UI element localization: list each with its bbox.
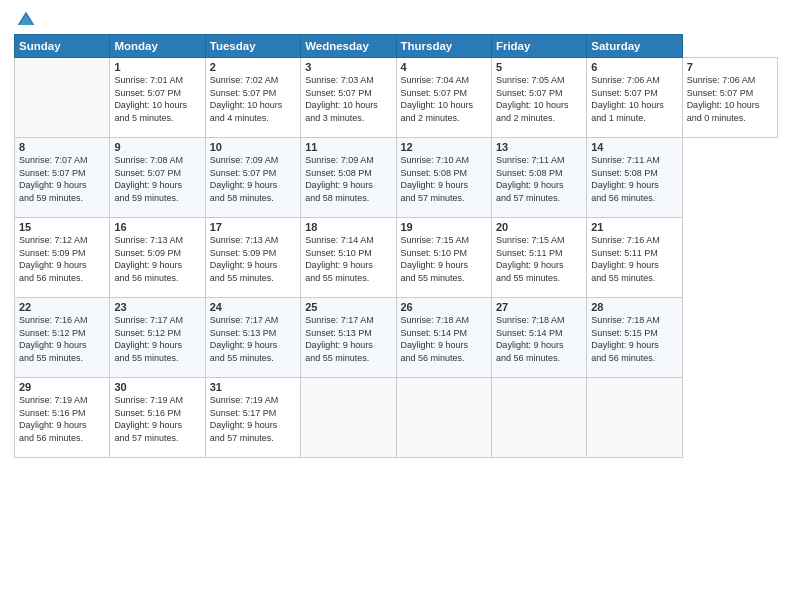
day-number: 19 [401, 221, 487, 233]
day-info: Sunrise: 7:13 AM Sunset: 5:09 PM Dayligh… [210, 234, 296, 284]
day-info: Sunrise: 7:12 AM Sunset: 5:09 PM Dayligh… [19, 234, 105, 284]
day-number: 1 [114, 61, 200, 73]
week-row-2: 8Sunrise: 7:07 AM Sunset: 5:07 PM Daylig… [15, 138, 778, 218]
day-cell: 8Sunrise: 7:07 AM Sunset: 5:07 PM Daylig… [15, 138, 110, 218]
day-number: 29 [19, 381, 105, 393]
day-cell: 19Sunrise: 7:15 AM Sunset: 5:10 PM Dayli… [396, 218, 491, 298]
week-row-4: 22Sunrise: 7:16 AM Sunset: 5:12 PM Dayli… [15, 298, 778, 378]
day-cell: 7Sunrise: 7:06 AM Sunset: 5:07 PM Daylig… [682, 58, 777, 138]
day-number: 24 [210, 301, 296, 313]
logo-icon [16, 10, 36, 30]
day-cell [491, 378, 586, 458]
day-number: 16 [114, 221, 200, 233]
day-cell: 28Sunrise: 7:18 AM Sunset: 5:15 PM Dayli… [587, 298, 682, 378]
day-number: 20 [496, 221, 582, 233]
day-number: 2 [210, 61, 296, 73]
day-number: 3 [305, 61, 391, 73]
day-cell: 12Sunrise: 7:10 AM Sunset: 5:08 PM Dayli… [396, 138, 491, 218]
day-info: Sunrise: 7:14 AM Sunset: 5:10 PM Dayligh… [305, 234, 391, 284]
day-cell: 2Sunrise: 7:02 AM Sunset: 5:07 PM Daylig… [205, 58, 300, 138]
day-info: Sunrise: 7:17 AM Sunset: 5:12 PM Dayligh… [114, 314, 200, 364]
header-row: SundayMondayTuesdayWednesdayThursdayFrid… [15, 35, 778, 58]
day-info: Sunrise: 7:01 AM Sunset: 5:07 PM Dayligh… [114, 74, 200, 124]
day-info: Sunrise: 7:19 AM Sunset: 5:16 PM Dayligh… [19, 394, 105, 444]
calendar-table: SundayMondayTuesdayWednesdayThursdayFrid… [14, 34, 778, 458]
day-number: 26 [401, 301, 487, 313]
day-number: 4 [401, 61, 487, 73]
col-header-thursday: Thursday [396, 35, 491, 58]
day-number: 17 [210, 221, 296, 233]
day-number: 9 [114, 141, 200, 153]
day-cell: 31Sunrise: 7:19 AM Sunset: 5:17 PM Dayli… [205, 378, 300, 458]
day-info: Sunrise: 7:15 AM Sunset: 5:10 PM Dayligh… [401, 234, 487, 284]
col-header-sunday: Sunday [15, 35, 110, 58]
header [14, 10, 778, 30]
week-row-3: 15Sunrise: 7:12 AM Sunset: 5:09 PM Dayli… [15, 218, 778, 298]
day-info: Sunrise: 7:09 AM Sunset: 5:08 PM Dayligh… [305, 154, 391, 204]
day-info: Sunrise: 7:19 AM Sunset: 5:17 PM Dayligh… [210, 394, 296, 444]
day-info: Sunrise: 7:06 AM Sunset: 5:07 PM Dayligh… [591, 74, 677, 124]
col-header-monday: Monday [110, 35, 205, 58]
day-cell: 20Sunrise: 7:15 AM Sunset: 5:11 PM Dayli… [491, 218, 586, 298]
day-cell [15, 58, 110, 138]
day-info: Sunrise: 7:18 AM Sunset: 5:14 PM Dayligh… [401, 314, 487, 364]
day-cell: 17Sunrise: 7:13 AM Sunset: 5:09 PM Dayli… [205, 218, 300, 298]
day-number: 30 [114, 381, 200, 393]
day-info: Sunrise: 7:18 AM Sunset: 5:14 PM Dayligh… [496, 314, 582, 364]
day-info: Sunrise: 7:17 AM Sunset: 5:13 PM Dayligh… [305, 314, 391, 364]
day-cell: 30Sunrise: 7:19 AM Sunset: 5:16 PM Dayli… [110, 378, 205, 458]
day-info: Sunrise: 7:02 AM Sunset: 5:07 PM Dayligh… [210, 74, 296, 124]
day-cell: 24Sunrise: 7:17 AM Sunset: 5:13 PM Dayli… [205, 298, 300, 378]
day-cell: 26Sunrise: 7:18 AM Sunset: 5:14 PM Dayli… [396, 298, 491, 378]
day-cell: 13Sunrise: 7:11 AM Sunset: 5:08 PM Dayli… [491, 138, 586, 218]
day-cell: 16Sunrise: 7:13 AM Sunset: 5:09 PM Dayli… [110, 218, 205, 298]
day-info: Sunrise: 7:08 AM Sunset: 5:07 PM Dayligh… [114, 154, 200, 204]
day-number: 10 [210, 141, 296, 153]
day-number: 5 [496, 61, 582, 73]
day-number: 7 [687, 61, 773, 73]
day-info: Sunrise: 7:17 AM Sunset: 5:13 PM Dayligh… [210, 314, 296, 364]
day-info: Sunrise: 7:11 AM Sunset: 5:08 PM Dayligh… [591, 154, 677, 204]
col-header-saturday: Saturday [587, 35, 682, 58]
day-cell: 21Sunrise: 7:16 AM Sunset: 5:11 PM Dayli… [587, 218, 682, 298]
day-cell: 6Sunrise: 7:06 AM Sunset: 5:07 PM Daylig… [587, 58, 682, 138]
day-info: Sunrise: 7:19 AM Sunset: 5:16 PM Dayligh… [114, 394, 200, 444]
day-info: Sunrise: 7:09 AM Sunset: 5:07 PM Dayligh… [210, 154, 296, 204]
logo [14, 14, 36, 30]
col-header-friday: Friday [491, 35, 586, 58]
day-cell: 27Sunrise: 7:18 AM Sunset: 5:14 PM Dayli… [491, 298, 586, 378]
day-info: Sunrise: 7:16 AM Sunset: 5:11 PM Dayligh… [591, 234, 677, 284]
day-cell: 1Sunrise: 7:01 AM Sunset: 5:07 PM Daylig… [110, 58, 205, 138]
day-info: Sunrise: 7:15 AM Sunset: 5:11 PM Dayligh… [496, 234, 582, 284]
day-number: 8 [19, 141, 105, 153]
day-cell [301, 378, 396, 458]
col-header-wednesday: Wednesday [301, 35, 396, 58]
day-cell: 4Sunrise: 7:04 AM Sunset: 5:07 PM Daylig… [396, 58, 491, 138]
day-cell [396, 378, 491, 458]
day-number: 6 [591, 61, 677, 73]
week-row-5: 29Sunrise: 7:19 AM Sunset: 5:16 PM Dayli… [15, 378, 778, 458]
day-number: 15 [19, 221, 105, 233]
day-number: 27 [496, 301, 582, 313]
day-cell: 11Sunrise: 7:09 AM Sunset: 5:08 PM Dayli… [301, 138, 396, 218]
day-info: Sunrise: 7:13 AM Sunset: 5:09 PM Dayligh… [114, 234, 200, 284]
day-cell: 25Sunrise: 7:17 AM Sunset: 5:13 PM Dayli… [301, 298, 396, 378]
day-info: Sunrise: 7:07 AM Sunset: 5:07 PM Dayligh… [19, 154, 105, 204]
week-row-1: 1Sunrise: 7:01 AM Sunset: 5:07 PM Daylig… [15, 58, 778, 138]
day-number: 18 [305, 221, 391, 233]
day-cell: 14Sunrise: 7:11 AM Sunset: 5:08 PM Dayli… [587, 138, 682, 218]
col-header-tuesday: Tuesday [205, 35, 300, 58]
day-cell [587, 378, 682, 458]
day-cell: 18Sunrise: 7:14 AM Sunset: 5:10 PM Dayli… [301, 218, 396, 298]
day-info: Sunrise: 7:16 AM Sunset: 5:12 PM Dayligh… [19, 314, 105, 364]
day-number: 25 [305, 301, 391, 313]
day-number: 12 [401, 141, 487, 153]
day-cell: 15Sunrise: 7:12 AM Sunset: 5:09 PM Dayli… [15, 218, 110, 298]
day-cell: 22Sunrise: 7:16 AM Sunset: 5:12 PM Dayli… [15, 298, 110, 378]
day-number: 22 [19, 301, 105, 313]
day-cell: 10Sunrise: 7:09 AM Sunset: 5:07 PM Dayli… [205, 138, 300, 218]
day-info: Sunrise: 7:11 AM Sunset: 5:08 PM Dayligh… [496, 154, 582, 204]
day-cell: 29Sunrise: 7:19 AM Sunset: 5:16 PM Dayli… [15, 378, 110, 458]
day-number: 11 [305, 141, 391, 153]
day-info: Sunrise: 7:18 AM Sunset: 5:15 PM Dayligh… [591, 314, 677, 364]
